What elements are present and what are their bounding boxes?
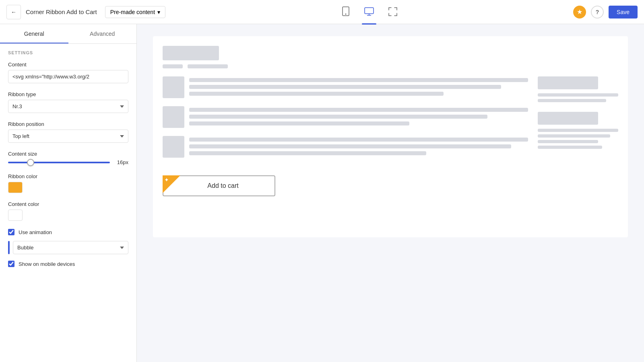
ribbon-position-field-group: Ribbon position Top left Top right Botto…: [8, 121, 128, 143]
product-lines-2: [189, 106, 528, 125]
section-label: SETTINGS: [8, 50, 128, 55]
topbar: ← Corner Ribbon Add to Cart Pre-made con…: [0, 0, 644, 24]
product-thumb-2: [163, 106, 184, 128]
product-row-3: [163, 136, 528, 158]
skeleton-sidebar-line: [538, 140, 598, 143]
preview-card: Add to cart ✦: [153, 36, 628, 237]
mobile-device-icon[interactable]: [339, 5, 352, 19]
skeleton-breadcrumbs: [163, 64, 618, 68]
sidebar-block-2: [538, 112, 618, 149]
add-to-cart-button-wrap: Add to cart ✦: [163, 175, 275, 196]
product-row-1: [163, 76, 528, 98]
content-color-swatch[interactable]: [8, 210, 23, 221]
help-icon: ?: [596, 9, 599, 15]
ribbon-position-label: Ribbon position: [8, 121, 128, 127]
ribbon-type-field-group: Ribbon type Nr.1 Nr.2 Nr.3 Nr.4: [8, 91, 128, 113]
chevron-down-icon: ▾: [157, 9, 160, 15]
content-size-slider-row: 16px: [8, 159, 128, 165]
products-main: [163, 76, 528, 166]
fullscreen-device-icon[interactable]: [386, 6, 400, 19]
product-lines-1: [189, 76, 528, 96]
ribbon-type-label: Ribbon type: [8, 91, 128, 97]
content-color-field-group: Content color: [8, 201, 128, 221]
tab-general[interactable]: General: [0, 24, 68, 43]
add-to-cart-label: Add to cart: [207, 182, 238, 189]
content-input[interactable]: [8, 70, 128, 83]
svg-point-1: [345, 14, 346, 15]
ribbon-type-select[interactable]: Nr.1 Nr.2 Nr.3 Nr.4: [8, 100, 128, 113]
back-button[interactable]: ←: [6, 5, 21, 19]
save-button[interactable]: Save: [609, 6, 638, 19]
skeleton-sidebar-line: [538, 146, 602, 149]
show-mobile-row: Show on mobile devices: [8, 261, 128, 267]
desktop-device-icon[interactable]: [362, 6, 376, 19]
use-animation-row: Use animation: [8, 229, 128, 235]
skeleton-sidebar-line: [538, 93, 618, 97]
ribbon-position-select[interactable]: Top left Top right Bottom left Bottom ri…: [8, 130, 128, 143]
skeleton-line: [189, 108, 528, 112]
product-thumb-3: [163, 136, 184, 158]
panel-content: SETTINGS Content Ribbon type Nr.1 Nr.2 N…: [0, 44, 136, 362]
star-button[interactable]: ★: [573, 6, 586, 19]
products-sidebar: [538, 76, 618, 166]
skeleton-line: [189, 78, 528, 82]
ribbon-color-field-group: Ribbon color: [8, 173, 128, 193]
product-lines-3: [189, 136, 528, 155]
show-mobile-checkbox[interactable]: [8, 261, 14, 267]
ribbon-color-label: Ribbon color: [8, 173, 128, 179]
skeleton-line: [189, 85, 501, 89]
skeleton-sidebar-line: [538, 134, 610, 138]
animation-type-row: Bubble Pulse Shake Bounce: [8, 241, 128, 254]
back-icon: ←: [11, 9, 17, 15]
preview-header-skeleton: [163, 46, 618, 68]
content-size-value: 16px: [114, 159, 128, 165]
content-size-slider[interactable]: [8, 162, 110, 163]
preview-products: [163, 76, 618, 166]
add-to-cart-area: Add to cart ✦: [163, 175, 618, 196]
use-animation-label[interactable]: Use animation: [19, 229, 52, 235]
skeleton-line: [189, 138, 528, 142]
ribbon-star-icon: ✦: [164, 177, 169, 183]
help-button[interactable]: ?: [591, 6, 604, 19]
page-title: Corner Ribbon Add to Cart: [26, 8, 97, 15]
topbar-actions: ★ ? Save: [573, 6, 638, 19]
sidebar-block-1: [538, 76, 618, 102]
skeleton-line: [189, 115, 487, 119]
product-thumb-1: [163, 76, 184, 98]
content-label: Content: [8, 62, 128, 68]
skeleton-sidebar-rect: [538, 76, 598, 89]
content-size-label: Content size: [8, 151, 128, 157]
skeleton-line: [189, 144, 511, 148]
premade-content-button[interactable]: Pre-made content ▾: [105, 6, 165, 18]
tabs: General Advanced: [0, 24, 136, 44]
product-row-2: [163, 106, 528, 128]
skeleton-line: [189, 92, 444, 96]
ribbon-color-swatch[interactable]: [8, 182, 23, 193]
animation-type-select[interactable]: Bubble Pulse Shake Bounce: [13, 241, 128, 254]
skeleton-bc1: [163, 64, 183, 68]
main-layout: General Advanced SETTINGS Content Ribbon…: [0, 24, 644, 362]
content-size-field-group: Content size 16px: [8, 151, 128, 165]
left-panel: General Advanced SETTINGS Content Ribbon…: [0, 24, 137, 362]
device-switcher: [170, 5, 568, 19]
skeleton-title: [163, 46, 219, 60]
use-animation-checkbox[interactable]: [8, 229, 14, 235]
premade-label: Pre-made content: [110, 9, 155, 15]
animation-select-wrap: Bubble Pulse Shake Bounce: [10, 241, 128, 254]
svg-rect-2: [365, 8, 374, 14]
right-preview: Add to cart ✦: [137, 24, 644, 362]
tab-advanced[interactable]: Advanced: [68, 24, 137, 43]
skeleton-line: [189, 151, 426, 155]
content-color-label: Content color: [8, 201, 128, 207]
ribbon-corner: ✦: [163, 175, 180, 193]
skeleton-sidebar-line: [538, 99, 606, 102]
skeleton-sidebar-line: [538, 129, 618, 132]
skeleton-bc2: [188, 64, 228, 68]
show-mobile-label[interactable]: Show on mobile devices: [19, 261, 75, 267]
skeleton-sidebar-rect: [538, 112, 598, 125]
star-icon: ★: [577, 8, 582, 16]
content-field-group: Content: [8, 62, 128, 83]
skeleton-line: [189, 121, 409, 125]
